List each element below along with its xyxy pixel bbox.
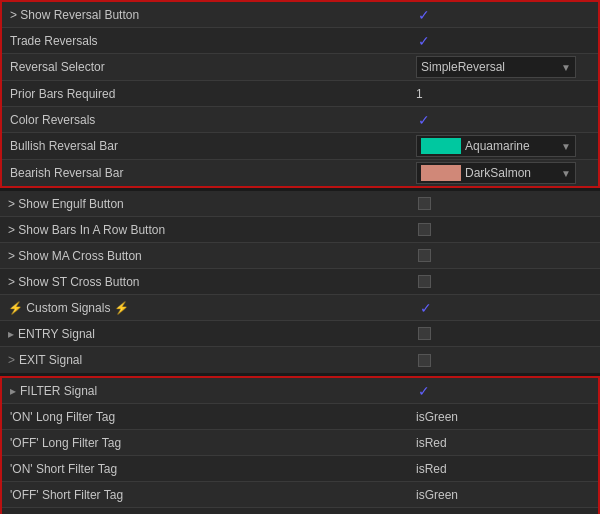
off-long-filter-value: isRed — [412, 434, 592, 452]
row-prior-bars: Prior Bars Required 1 — [2, 81, 598, 107]
bearish-reversal-value[interactable]: DarkSalmon ▼ — [412, 160, 592, 186]
reversal-selector-text: SimpleReversal — [421, 60, 557, 74]
custom-signals-label: ⚡ Custom Signals ⚡ — [6, 297, 414, 319]
filter-signal-check[interactable]: ✓ — [418, 383, 430, 399]
reversal-selector-arrow: ▼ — [561, 62, 571, 73]
color-identifier-label: Color Identifier (Text Only) — [8, 510, 412, 515]
row-entry-signal: ▸ENTRY Signal — [0, 321, 600, 347]
bullish-color-swatch — [421, 138, 461, 154]
row-color-identifier: Color Identifier (Text Only) — [2, 508, 598, 514]
exit-signal-value — [414, 352, 594, 369]
show-bars-in-row-label: > Show Bars In A Row Button — [6, 219, 414, 241]
prior-bars-number[interactable]: 1 — [416, 87, 423, 101]
row-on-long-filter: 'ON' Long Filter Tag isGreen — [2, 404, 598, 430]
reversal-selector-dropdown[interactable]: SimpleReversal ▼ — [416, 56, 576, 78]
color-reversals-label: Color Reversals — [8, 109, 412, 131]
filter-signal-value: ✓ — [412, 381, 592, 401]
show-bars-in-row-value — [414, 221, 594, 238]
off-short-filter-label: 'OFF' Short Filter Tag — [8, 484, 412, 506]
filter-signal-label: ▸FILTER Signal — [8, 380, 412, 402]
show-st-cross-checkbox[interactable] — [418, 275, 431, 288]
on-long-filter-value: isGreen — [412, 408, 592, 426]
reversal-selector-label: Reversal Selector — [8, 56, 412, 78]
on-short-filter-text[interactable]: isRed — [416, 462, 447, 476]
row-show-reversal-button: > Show Reversal Button ✓ — [2, 2, 598, 28]
entry-arrow-icon: ▸ — [8, 327, 14, 341]
row-custom-signals: ⚡ Custom Signals ⚡ ✓ — [0, 295, 600, 321]
bullish-reversal-value[interactable]: Aquamarine ▼ — [412, 133, 592, 159]
lightning-left-icon: ⚡ — [8, 301, 23, 315]
row-reversal-selector: Reversal Selector SimpleReversal ▼ — [2, 54, 598, 81]
show-reversal-check[interactable]: ✓ — [418, 7, 430, 23]
trade-reversals-label: Trade Reversals — [8, 30, 412, 52]
exit-arrow-icon: > — [8, 353, 15, 367]
show-engulf-checkbox[interactable] — [418, 197, 431, 210]
filter-section: ▸FILTER Signal ✓ 'ON' Long Filter Tag is… — [0, 376, 600, 514]
on-short-filter-value: isRed — [412, 460, 592, 478]
row-show-ma-cross: > Show MA Cross Button — [0, 243, 600, 269]
show-engulf-value — [414, 195, 594, 212]
prior-bars-value: 1 — [412, 85, 592, 103]
show-st-cross-label: > Show ST Cross Button — [6, 271, 414, 293]
row-show-bars-in-row: > Show Bars In A Row Button — [0, 217, 600, 243]
entry-signal-value — [414, 325, 594, 342]
entry-signal-label: ▸ENTRY Signal — [6, 323, 414, 345]
show-bars-in-row-checkbox[interactable] — [418, 223, 431, 236]
custom-signals-value: ✓ — [414, 298, 594, 318]
color-reversals-check[interactable]: ✓ — [418, 112, 430, 128]
on-long-filter-text[interactable]: isGreen — [416, 410, 458, 424]
on-long-filter-label: 'ON' Long Filter Tag — [8, 406, 412, 428]
filter-arrow-icon: ▸ — [10, 384, 16, 398]
row-show-engulf: > Show Engulf Button — [0, 191, 600, 217]
row-off-short-filter: 'OFF' Short Filter Tag isGreen — [2, 482, 598, 508]
row-filter-signal: ▸FILTER Signal ✓ — [2, 378, 598, 404]
bullish-color-text: Aquamarine — [465, 139, 557, 153]
row-show-st-cross: > Show ST Cross Button — [0, 269, 600, 295]
show-reversal-label: > Show Reversal Button — [8, 4, 412, 26]
settings-container: > Show Reversal Button ✓ Trade Reversals… — [0, 0, 600, 514]
prior-bars-label: Prior Bars Required — [8, 83, 412, 105]
off-long-filter-text[interactable]: isRed — [416, 436, 447, 450]
bearish-color-swatch — [421, 165, 461, 181]
bearish-color-dropdown[interactable]: DarkSalmon ▼ — [416, 162, 576, 184]
row-bullish-reversal: Bullish Reversal Bar Aquamarine ▼ — [2, 133, 598, 160]
row-bearish-reversal: Bearish Reversal Bar DarkSalmon ▼ — [2, 160, 598, 186]
bearish-reversal-label: Bearish Reversal Bar — [8, 162, 412, 184]
off-long-filter-label: 'OFF' Long Filter Tag — [8, 432, 412, 454]
bullish-reversal-label: Bullish Reversal Bar — [8, 135, 412, 157]
off-short-filter-value: isGreen — [412, 486, 592, 504]
bullish-color-dropdown[interactable]: Aquamarine ▼ — [416, 135, 576, 157]
reversal-section: > Show Reversal Button ✓ Trade Reversals… — [0, 0, 600, 188]
show-ma-cross-label: > Show MA Cross Button — [6, 245, 414, 267]
lightning-right-icon: ⚡ — [114, 301, 129, 315]
bearish-dropdown-arrow: ▼ — [561, 168, 571, 179]
exit-signal-checkbox[interactable] — [418, 354, 431, 367]
show-ma-cross-checkbox[interactable] — [418, 249, 431, 262]
row-color-reversals: Color Reversals ✓ — [2, 107, 598, 133]
custom-signals-check[interactable]: ✓ — [420, 300, 432, 316]
on-short-filter-label: 'ON' Short Filter Tag — [8, 458, 412, 480]
row-on-short-filter: 'ON' Short Filter Tag isRed — [2, 456, 598, 482]
color-reversals-value: ✓ — [412, 110, 592, 130]
entry-signal-checkbox[interactable] — [418, 327, 431, 340]
bullish-dropdown-arrow: ▼ — [561, 141, 571, 152]
middle-section: > Show Engulf Button > Show Bars In A Ro… — [0, 191, 600, 373]
show-reversal-value: ✓ — [412, 5, 592, 25]
row-exit-signal: >EXIT Signal — [0, 347, 600, 373]
off-short-filter-text[interactable]: isGreen — [416, 488, 458, 502]
trade-reversals-value: ✓ — [412, 31, 592, 51]
show-st-cross-value — [414, 273, 594, 290]
reversal-selector-value[interactable]: SimpleReversal ▼ — [412, 54, 592, 80]
row-off-long-filter: 'OFF' Long Filter Tag isRed — [2, 430, 598, 456]
exit-signal-label: >EXIT Signal — [6, 349, 414, 371]
row-trade-reversals: Trade Reversals ✓ — [2, 28, 598, 54]
trade-reversals-check[interactable]: ✓ — [418, 33, 430, 49]
show-engulf-label: > Show Engulf Button — [6, 193, 414, 215]
bearish-color-text: DarkSalmon — [465, 166, 557, 180]
show-ma-cross-value — [414, 247, 594, 264]
